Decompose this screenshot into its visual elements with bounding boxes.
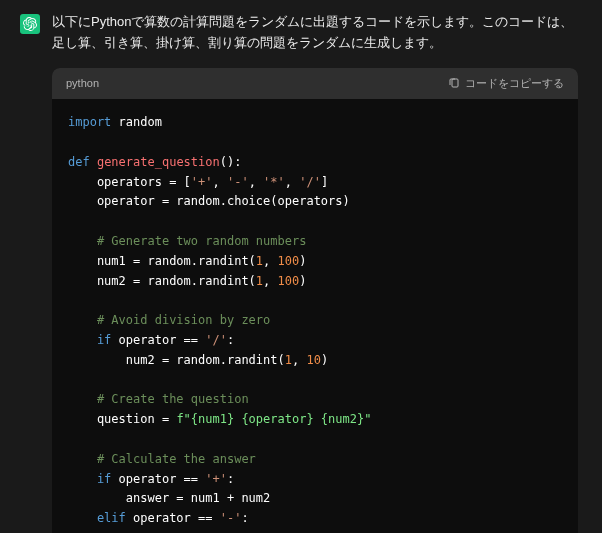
num: 10 <box>306 353 320 367</box>
tok: (): <box>220 155 242 169</box>
fn: generate_question <box>90 155 220 169</box>
tok: , <box>263 254 277 268</box>
tok: operator == <box>126 511 220 525</box>
kw: if <box>68 472 111 486</box>
code-body[interactable]: import random def generate_question(): o… <box>52 99 578 533</box>
tok: ] <box>321 175 328 189</box>
code-block: python コードをコピーする import random def gener… <box>52 68 578 533</box>
num: 1 <box>256 274 263 288</box>
str: '*' <box>263 175 285 189</box>
kw: import <box>68 115 111 129</box>
num: 100 <box>278 254 300 268</box>
tok: , <box>263 274 277 288</box>
kw: if <box>68 333 111 347</box>
copy-code-button[interactable]: コードをコピーする <box>448 75 564 93</box>
comment: # Calculate the answer <box>68 452 256 466</box>
intro-text: 以下にPythonで算数の計算問題をランダムに出題するコードを示します。このコー… <box>52 12 582 54</box>
clipboard-icon <box>448 77 460 89</box>
tok: num2 = random.randint( <box>68 353 285 367</box>
fstring: f"{num1} {operator} {num2}" <box>176 412 371 426</box>
message-content: 以下にPythonで算数の計算問題をランダムに出題するコードを示します。このコー… <box>52 12 582 533</box>
tok: , <box>292 353 306 367</box>
str: '+' <box>191 175 213 189</box>
num: 1 <box>285 353 292 367</box>
openai-logo-icon <box>23 17 37 31</box>
num: 1 <box>256 254 263 268</box>
tok: , <box>249 175 263 189</box>
svg-rect-0 <box>452 79 458 87</box>
tok: : <box>227 333 234 347</box>
tok: operator == <box>111 472 205 486</box>
assistant-message: 以下にPythonで算数の計算問題をランダムに出題するコードを示します。このコー… <box>0 0 602 533</box>
tok: num1 = random.randint( <box>68 254 256 268</box>
tok: , <box>213 175 227 189</box>
comment: # Avoid division by zero <box>68 313 270 327</box>
tok: operators = [ <box>68 175 191 189</box>
tok: num2 = random.randint( <box>68 274 256 288</box>
kw: elif <box>68 511 126 525</box>
copy-code-label: コードをコピーする <box>465 75 564 93</box>
str: '+' <box>205 472 227 486</box>
tok: ) <box>299 274 306 288</box>
tok: , <box>285 175 299 189</box>
tok: ) <box>299 254 306 268</box>
code-language-label: python <box>66 75 99 93</box>
code-header: python コードをコピーする <box>52 68 578 100</box>
tok: operator = random.choice(operators) <box>68 194 350 208</box>
str: '-' <box>220 511 242 525</box>
tok: : <box>241 511 248 525</box>
tok: : <box>227 472 234 486</box>
assistant-avatar <box>20 14 40 34</box>
str: '/' <box>205 333 227 347</box>
tok: question = <box>68 412 176 426</box>
comment: # Create the question <box>68 392 249 406</box>
tok: ) <box>321 353 328 367</box>
str: '/' <box>299 175 321 189</box>
kw: def <box>68 155 90 169</box>
str: '-' <box>227 175 249 189</box>
tok: random <box>111 115 162 129</box>
tok: operator == <box>111 333 205 347</box>
tok: answer = num1 + num2 <box>68 491 270 505</box>
num: 100 <box>278 274 300 288</box>
comment: # Generate two random numbers <box>68 234 306 248</box>
